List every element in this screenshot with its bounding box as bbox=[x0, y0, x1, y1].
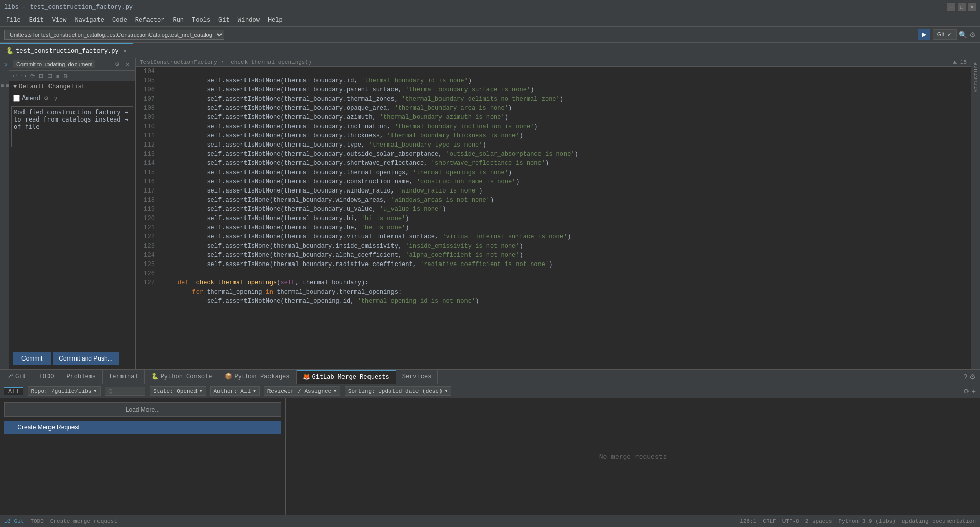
tab-python-packages[interactable]: 📦 Python Packages bbox=[218, 370, 296, 384]
code-editor[interactable]: 104105106107108 109110111112113 11411511… bbox=[136, 67, 971, 369]
redo-button[interactable]: ↪ bbox=[20, 72, 28, 80]
editor-tabs: 🐍 test_construction_factory.py ✕ bbox=[0, 43, 980, 58]
status-git[interactable]: ⎇ Git bbox=[4, 518, 24, 524]
todo-tab-label: TODO bbox=[39, 373, 54, 380]
reviewer-filter[interactable]: Reviewer / Assignee ▾ bbox=[264, 386, 340, 396]
amend-settings-icon[interactable]: ⚙ bbox=[42, 94, 51, 102]
menu-window[interactable]: Window bbox=[234, 16, 264, 25]
tab-gitlab-merge-requests[interactable]: 🦊 GitLab Merge Requests bbox=[297, 370, 396, 384]
bottom-help-icon[interactable]: ? bbox=[963, 373, 967, 381]
amend-help-icon[interactable]: ? bbox=[53, 95, 59, 102]
commit-panel-header: ⚙ ✕ bbox=[9, 58, 135, 71]
sort-button[interactable]: ⇅ bbox=[62, 72, 69, 80]
tab-problems[interactable]: Problems bbox=[60, 370, 103, 384]
commit-button[interactable]: Commit bbox=[13, 352, 51, 365]
menu-view[interactable]: View bbox=[48, 16, 71, 25]
status-message: Create merge request bbox=[50, 518, 117, 524]
tab-test-construction-factory[interactable]: 🐍 test_construction_factory.py ✕ bbox=[0, 43, 133, 58]
refresh-button[interactable]: ⟳ bbox=[29, 72, 36, 80]
merge-add-icon[interactable]: + bbox=[972, 387, 976, 395]
python-console-tab-icon: 🐍 bbox=[151, 373, 159, 380]
menu-edit[interactable]: Edit bbox=[25, 16, 48, 25]
diff-button[interactable]: ⊞ bbox=[37, 72, 45, 80]
encoding: UTF-8 bbox=[782, 518, 799, 524]
load-more-button[interactable]: Load More... bbox=[4, 402, 281, 417]
undo-button[interactable]: ↩ bbox=[11, 72, 19, 80]
menu-file[interactable]: File bbox=[2, 16, 25, 25]
commit-message-input[interactable]: Modified construction factory → to read … bbox=[11, 106, 133, 147]
sidebar-project-icon[interactable]: P bbox=[0, 60, 9, 69]
python-packages-tab-icon: 📦 bbox=[225, 373, 232, 380]
window-controls[interactable]: ─ □ ✕ bbox=[947, 3, 976, 11]
commit-branch-input[interactable] bbox=[13, 60, 95, 68]
merge-search-input[interactable] bbox=[105, 387, 145, 396]
merge-panel: All Repo: /guille/libs ▾ State: Opened ▾… bbox=[0, 384, 980, 515]
search-button[interactable]: 🔍 bbox=[959, 29, 967, 40]
status-todo: TODO bbox=[30, 518, 43, 524]
menu-tools[interactable]: Tools bbox=[188, 16, 214, 25]
commit-and-push-button[interactable]: Commit and Push... bbox=[53, 352, 118, 365]
commit-close-icon[interactable]: ✕ bbox=[124, 61, 131, 68]
tab-git[interactable]: ⎇ Git bbox=[0, 370, 33, 384]
bottom-tabs-right: ? ⚙ bbox=[959, 370, 980, 384]
menu-navigate[interactable]: Navigate bbox=[70, 16, 108, 25]
menu-bar: File Edit View Navigate Code Refactor Ru… bbox=[0, 14, 980, 27]
structure-label[interactable]: Structure bbox=[972, 58, 980, 97]
problems-tab-label: Problems bbox=[66, 373, 96, 380]
tab-services[interactable]: Services bbox=[396, 370, 438, 384]
line-endings: CRLF bbox=[763, 518, 776, 524]
line-numbers: 104105106107108 109110111112113 11411511… bbox=[136, 67, 159, 369]
state-filter[interactable]: State: Opened ▾ bbox=[150, 386, 206, 396]
sidebar-commit-icon[interactable]: Commit bbox=[0, 70, 9, 101]
git-tab-icon: ⎇ bbox=[6, 373, 13, 380]
reviewer-filter-label: Reviewer / Assignee bbox=[267, 388, 331, 394]
tab-python-console[interactable]: 🐍 Python Console bbox=[145, 370, 219, 384]
minimize-button[interactable]: ─ bbox=[947, 3, 955, 11]
python-version: Python 3.9 (libs) bbox=[839, 518, 896, 524]
expand-button[interactable]: ⊡ bbox=[46, 72, 54, 80]
changelist-label: Default Changelist bbox=[19, 83, 85, 90]
menu-code[interactable]: Code bbox=[108, 16, 131, 25]
app-title: libs - test_construction_factory.py bbox=[4, 4, 133, 11]
commit-settings-icon[interactable]: ⚙ bbox=[113, 61, 121, 68]
bottom-settings-icon[interactable]: ⚙ bbox=[969, 373, 976, 381]
code-content[interactable]: self.assertIsNotNone(thermal_boundary.id… bbox=[159, 67, 971, 369]
python-packages-tab-label: Python Packages bbox=[234, 373, 289, 380]
changelist-section: ▼ Default Changelist bbox=[9, 81, 135, 92]
settings-button[interactable]: ⚙ bbox=[969, 29, 976, 40]
title-bar-left: libs - test_construction_factory.py bbox=[4, 4, 133, 11]
amend-label: Amend bbox=[22, 95, 40, 102]
tab-label: test_construction_factory.py bbox=[16, 47, 119, 55]
menu-git[interactable]: Git bbox=[214, 16, 234, 25]
close-button[interactable]: ✕ bbox=[968, 3, 976, 11]
tab-close-icon[interactable]: ✕ bbox=[123, 47, 127, 55]
menu-run[interactable]: Run bbox=[168, 16, 188, 25]
services-tab-label: Services bbox=[402, 373, 432, 380]
amend-checkbox[interactable] bbox=[13, 95, 20, 102]
commit-header-left bbox=[13, 60, 95, 68]
state-chevron-icon: ▾ bbox=[199, 388, 203, 394]
title-bar: libs - test_construction_factory.py ─ □ … bbox=[0, 0, 980, 14]
tab-terminal[interactable]: Terminal bbox=[103, 370, 145, 384]
gitlab-tab-label: GitLab Merge Requests bbox=[312, 374, 389, 381]
merge-toolbar-right: ⟳ + bbox=[964, 387, 976, 395]
menu-refactor[interactable]: Refactor bbox=[131, 16, 169, 25]
no-merge-requests: No merge requests bbox=[286, 398, 980, 515]
create-mr-button[interactable]: + Create Merge Request bbox=[4, 421, 281, 434]
toolbar: Unittests for test_construction_catalog.… bbox=[0, 27, 980, 43]
menu-help[interactable]: Help bbox=[264, 16, 287, 25]
tab-todo[interactable]: TODO bbox=[33, 370, 61, 384]
run-button[interactable]: ▶ bbox=[918, 29, 930, 40]
repo-filter-label: Repo: /guille/libs bbox=[31, 388, 92, 394]
group-button[interactable]: ≡ bbox=[55, 73, 61, 80]
commit-message-section: Modified construction factory → to read … bbox=[9, 104, 135, 348]
repo-filter[interactable]: Repo: /guille/libs ▾ bbox=[28, 386, 101, 396]
run-config-selector[interactable]: Unittests for test_construction_catalog.… bbox=[4, 30, 224, 40]
sorting-filter[interactable]: Sorting: Updated date (desc) ▾ bbox=[345, 386, 451, 396]
merge-refresh-icon[interactable]: ⟳ bbox=[964, 387, 970, 395]
right-sidebar: Structure bbox=[971, 58, 980, 369]
git-status[interactable]: Git: ✓ bbox=[933, 29, 957, 40]
author-filter[interactable]: Author: All ▾ bbox=[210, 386, 260, 396]
all-tab[interactable]: All bbox=[4, 387, 23, 395]
maximize-button[interactable]: □ bbox=[958, 3, 966, 11]
